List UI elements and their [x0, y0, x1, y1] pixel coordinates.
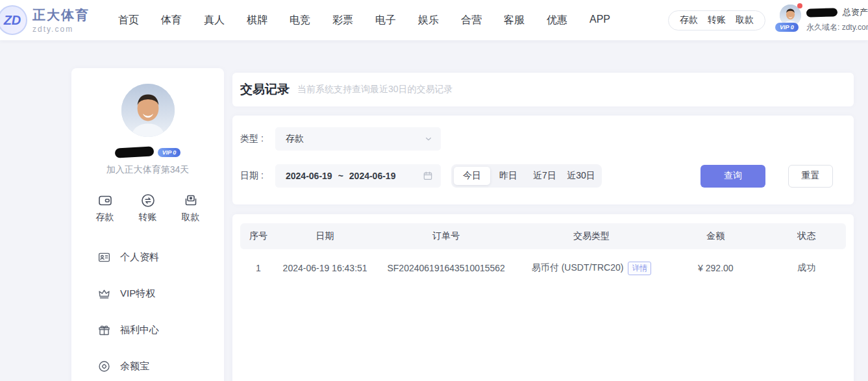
- nav-item-partnership[interactable]: 合营: [461, 14, 482, 27]
- topbar-withdraw-button[interactable]: 取款: [736, 14, 754, 26]
- col-header-order-no: 订单号: [373, 230, 519, 242]
- filter-card: 类型 : 存款 日期 : 2024-06-19 ~ 2024-06-19: [232, 116, 854, 204]
- row-type-cell: 易币付 (USDT/TRC20) 详情: [519, 262, 664, 275]
- nav-item-promotions[interactable]: 优惠: [547, 14, 567, 27]
- query-button[interactable]: 查询: [701, 165, 765, 188]
- sidebar-vip-badge: VIP 0: [158, 148, 181, 157]
- date-filter-label: 日期 :: [240, 170, 270, 182]
- quick-action-transfer[interactable]: 转账: [139, 193, 157, 223]
- date-to-value: 2024-06-19: [349, 171, 396, 181]
- transactions-table-card: 序号 日期 订单号 交易类型 金额 状态 1 2024-06-19 16:43:…: [232, 214, 854, 381]
- profile-block: VIP 0 加入正大体育第34天: [71, 68, 224, 176]
- type-select-value: 存款: [286, 133, 424, 145]
- range-tab-today[interactable]: 今日: [454, 167, 490, 185]
- col-header-status: 状态: [767, 230, 846, 242]
- sidebar-item-label: 福利中心: [120, 324, 159, 336]
- sidebar-item-label: VIP特权: [120, 288, 155, 300]
- crown-icon: [97, 287, 111, 301]
- nav-item-sports[interactable]: 体育: [161, 14, 182, 27]
- quick-actions: 存款 转账 取款: [71, 193, 224, 223]
- sidebar-item-vip[interactable]: VIP特权: [97, 275, 224, 312]
- detail-badge-button[interactable]: 详情: [628, 262, 651, 275]
- sidebar-item-rewards[interactable]: 福利中心: [97, 312, 224, 348]
- row-amount: ¥ 292.00: [664, 263, 767, 273]
- type-select[interactable]: 存款: [275, 127, 441, 151]
- gift-icon: [97, 323, 111, 337]
- transfer-icon: [140, 193, 156, 208]
- quick-action-label: 转账: [139, 212, 157, 223]
- nav-item-esports[interactable]: 电竞: [290, 14, 310, 27]
- nav-item-slots[interactable]: 电子: [375, 14, 396, 27]
- nav-item-home[interactable]: 首页: [118, 14, 139, 27]
- date-from-value: 2024-06-19: [286, 171, 332, 181]
- row-datetime: 2024-06-19 16:43:51: [277, 263, 373, 273]
- row-type-text: 易币付 (USDT/TRC20): [532, 262, 624, 274]
- range-tab-7days[interactable]: 近7日: [527, 167, 563, 185]
- sidebar-item-profile[interactable]: 个人资料: [97, 239, 224, 275]
- row-order-no: SF202406191643510015562: [373, 263, 519, 273]
- date-separator: ~: [338, 171, 343, 181]
- brand-domain: zdty.com: [32, 25, 90, 34]
- sidebar-item-label: 余额宝: [120, 360, 149, 373]
- table-row: 1 2024-06-19 16:43:51 SF2024061916435100…: [240, 249, 846, 287]
- nav-item-support[interactable]: 客服: [504, 14, 525, 27]
- sidebar-item-balance-treasure[interactable]: 余额宝: [97, 348, 224, 381]
- brand-name: 正大体育: [32, 6, 90, 24]
- permanent-domain-note: 永久域名: zdty.com: [806, 22, 868, 33]
- range-tab-30days[interactable]: 近30日: [563, 167, 599, 185]
- reset-button[interactable]: 重置: [788, 165, 833, 188]
- brand-logo[interactable]: ZD 正大体育 zdty.com: [1, 5, 109, 35]
- coin-icon: [97, 360, 111, 373]
- user-texts: 总资产 永久域名: zdty.com: [806, 7, 868, 33]
- page-title: 交易记录: [240, 81, 290, 98]
- withdraw-icon: [183, 193, 199, 208]
- nav-item-live[interactable]: 真人: [204, 14, 225, 27]
- page-subtitle: 当前系统支持查询最近30日的交易记录: [297, 84, 453, 95]
- avatar-graphic-large: [121, 84, 175, 137]
- col-header-date: 日期: [277, 230, 373, 242]
- topbar-vip-badge: VIP 0: [775, 23, 799, 32]
- profile-sidebar: VIP 0 加入正大体育第34天 存款 转账 取款: [71, 68, 224, 381]
- sidebar-item-label: 个人资料: [120, 251, 159, 264]
- profile-avatar[interactable]: [121, 84, 175, 137]
- topbar-transfer-button[interactable]: 转账: [708, 14, 726, 26]
- topbar-deposit-button[interactable]: 存款: [680, 14, 698, 26]
- quick-action-deposit[interactable]: 存款: [96, 193, 114, 223]
- nav-item-entertainment[interactable]: 娱乐: [418, 14, 439, 27]
- chevron-down-icon: [424, 134, 433, 143]
- main-content: 交易记录 当前系统支持查询最近30日的交易记录 类型 : 存款 日期 : 202…: [232, 73, 854, 381]
- quick-action-label: 存款: [96, 212, 114, 223]
- date-range-tabs: 今日 昨日 近7日 近30日: [451, 164, 602, 188]
- notification-dot: [797, 3, 802, 8]
- wallet-actions-pill: 存款 转账 取款: [668, 10, 765, 31]
- calendar-icon: [423, 171, 433, 181]
- topbar: ZD 正大体育 zdty.com 首页 体育 真人 棋牌 电竞 彩票 电子 娱乐…: [0, 0, 868, 40]
- wallet-icon: [97, 193, 113, 208]
- type-filter-label: 类型 :: [240, 133, 270, 145]
- user-cluster: VIP 0 总资产 永久域名: zdty.com: [780, 7, 868, 33]
- col-header-index: 序号: [240, 230, 277, 242]
- range-tab-yesterday[interactable]: 昨日: [490, 167, 527, 185]
- user-avatar[interactable]: VIP 0: [780, 5, 801, 26]
- main-nav: 首页 体育 真人 棋牌 电竞 彩票 电子 娱乐 合营 客服 优惠 APP: [118, 14, 610, 27]
- quick-action-withdraw[interactable]: 取款: [182, 193, 200, 223]
- brand-logo-icon: ZD: [0, 5, 27, 35]
- table-header-row: 序号 日期 订单号 交易类型 金额 状态: [240, 223, 846, 249]
- redacted-username: [806, 8, 837, 18]
- col-header-type: 交易类型: [519, 230, 664, 242]
- date-range-input[interactable]: 2024-06-19 ~ 2024-06-19: [275, 164, 441, 188]
- page-header-card: 交易记录 当前系统支持查询最近30日的交易记录: [232, 73, 854, 106]
- quick-action-label: 取款: [182, 212, 200, 223]
- total-assets-label: 总资产: [843, 6, 868, 18]
- redacted-username-sidebar: [114, 146, 154, 158]
- nav-item-lottery[interactable]: 彩票: [332, 14, 353, 27]
- topbar-right: 存款 转账 取款: [668, 7, 868, 33]
- row-status: 成功: [767, 262, 846, 274]
- nav-item-board-games[interactable]: 棋牌: [247, 14, 267, 27]
- id-card-icon: [97, 251, 111, 264]
- join-days-text: 加入正大体育第34天: [106, 164, 190, 176]
- sidebar-menu: 个人资料 VIP特权 福利中心 余额宝: [71, 239, 224, 381]
- row-index: 1: [240, 263, 277, 273]
- nav-item-app[interactable]: APP: [589, 14, 610, 27]
- brand-text: 正大体育 zdty.com: [32, 6, 90, 34]
